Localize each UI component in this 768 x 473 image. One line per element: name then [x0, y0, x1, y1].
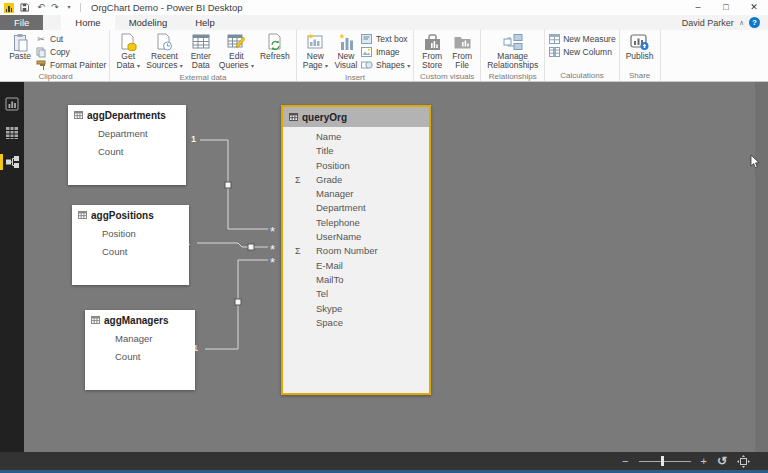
field-row[interactable]: Space [283, 316, 429, 330]
report-view-icon [5, 97, 19, 111]
field-row[interactable]: ΣRoom Number [283, 244, 429, 258]
refresh-button[interactable]: Refresh [257, 31, 293, 62]
quick-access-dropdown-icon[interactable]: ▾ [62, 0, 76, 15]
table-icon [289, 113, 298, 121]
model-canvas[interactable]: 1 1 1 * * * aggDepartments Department Co… [24, 82, 768, 452]
ribbon-group-insert: New Page ▾ New Visual Text box [297, 30, 414, 81]
field-row[interactable]: Skype [283, 302, 429, 316]
data-view-button[interactable] [0, 123, 24, 143]
ribbon-group-clipboard: Paste ✂ Cut Copy Format Painter [2, 30, 110, 81]
tab-home[interactable]: Home [61, 15, 114, 30]
field-row[interactable]: Manager [283, 187, 429, 201]
field-row[interactable]: E-Mail [283, 259, 429, 273]
from-store-button[interactable]: From Store [417, 31, 447, 71]
ribbon-group-share: Publish Share [620, 30, 661, 81]
new-page-button[interactable]: New Page ▾ [300, 31, 331, 72]
new-measure-button[interactable]: New Measure [548, 33, 615, 45]
tab-modeling[interactable]: Modeling [115, 15, 182, 30]
field-row[interactable]: Tel [283, 287, 429, 301]
recent-sources-icon [156, 32, 173, 52]
get-data-button[interactable]: Get Data ▾ [113, 31, 143, 72]
table-header[interactable]: queryOrg [283, 107, 429, 127]
chevron-up-icon: ∧ [739, 19, 744, 27]
redo-icon[interactable]: ↷ [48, 0, 62, 15]
new-visual-button[interactable]: New Visual [331, 31, 361, 71]
cardinality-many-label: * [270, 224, 275, 239]
copy-button[interactable]: Copy [35, 46, 106, 58]
manage-relationships-button[interactable]: Manage Relationships [484, 31, 541, 71]
table-card-aggmanagers[interactable]: aggManagers Manager Count [85, 310, 195, 390]
zoom-slider-thumb[interactable] [661, 456, 664, 466]
help-icon[interactable]: ? [749, 17, 760, 28]
get-data-icon [120, 32, 137, 52]
field-row[interactable]: Department [68, 125, 186, 143]
dropdown-arrow-icon: ▾ [137, 63, 140, 69]
undo-icon[interactable]: ↶ [34, 0, 48, 15]
tab-file[interactable]: File [0, 15, 43, 30]
relationship-handle [235, 299, 241, 305]
new-measure-icon [548, 34, 560, 45]
recent-sources-button[interactable]: Recent Sources ▾ [143, 31, 186, 72]
ribbon-tab-row: File Home Modeling Help David Parker ∧ ? [0, 15, 768, 30]
sigma-icon: Σ [295, 173, 301, 187]
group-label-calculations: Calculations [548, 70, 615, 81]
new-column-icon [548, 47, 560, 58]
format-painter-button[interactable]: Format Painter [35, 59, 106, 71]
report-view-button[interactable] [0, 94, 24, 114]
zoom-in-button[interactable]: + [701, 452, 707, 470]
field-row[interactable]: Position [72, 225, 189, 243]
group-label-custom-visuals: Custom visuals [417, 71, 477, 82]
table-header[interactable]: aggDepartments [68, 105, 186, 125]
field-row[interactable]: MailTo [283, 273, 429, 287]
field-row[interactable]: Manager [85, 330, 195, 348]
field-row[interactable]: UserName [283, 230, 429, 244]
zoom-slider[interactable] [639, 461, 691, 462]
copy-icon [35, 47, 47, 58]
fit-to-screen-icon[interactable] [737, 455, 750, 468]
enter-data-icon [192, 32, 210, 52]
paste-button[interactable]: Paste [5, 31, 35, 62]
new-column-button[interactable]: New Column [548, 46, 615, 58]
canvas-scrollbar[interactable] [755, 82, 768, 452]
field-row[interactable]: Count [85, 348, 195, 366]
table-card-aggdepartments[interactable]: aggDepartments Department Count [68, 105, 186, 185]
zoom-out-button[interactable]: − [622, 452, 628, 470]
minimize-button[interactable]: – [684, 0, 712, 15]
field-row[interactable]: Title [283, 144, 429, 158]
tab-help[interactable]: Help [181, 15, 229, 30]
powerbi-logo-icon [4, 3, 14, 13]
close-button[interactable]: ✕ [740, 0, 768, 15]
maximize-button[interactable]: □ [712, 0, 740, 15]
shapes-button[interactable]: Shapes ▾ [361, 59, 410, 71]
table-header[interactable]: aggPositions [72, 205, 189, 225]
from-file-button[interactable]: From File [447, 31, 477, 71]
field-row[interactable]: Position [283, 159, 429, 173]
new-page-icon [306, 32, 324, 52]
cut-button[interactable]: ✂ Cut [35, 33, 106, 45]
paste-icon [13, 32, 28, 52]
text-box-button[interactable]: Text box [361, 33, 410, 45]
refresh-icon [267, 32, 283, 52]
edit-queries-button[interactable]: Edit Queries ▾ [216, 31, 257, 72]
edit-queries-icon [227, 32, 245, 52]
relationships-view-icon [5, 155, 20, 169]
group-label-share: Share [623, 70, 657, 81]
table-card-queryorg[interactable]: queryOrg Name Title Position ΣGrade Mana… [281, 105, 431, 395]
table-header[interactable]: aggManagers [85, 310, 195, 330]
field-row[interactable]: ΣGrade [283, 173, 429, 187]
publish-button[interactable]: Publish [623, 31, 657, 62]
field-row[interactable]: Count [72, 243, 189, 261]
field-row[interactable]: Telephone [283, 216, 429, 230]
reset-zoom-icon[interactable]: ↺ [717, 452, 727, 470]
field-row[interactable]: Count [68, 143, 186, 161]
save-icon[interactable] [20, 3, 34, 12]
field-row[interactable]: Name [283, 130, 429, 144]
field-row[interactable]: Department [283, 201, 429, 215]
table-icon [78, 211, 87, 219]
account-menu[interactable]: David Parker ∧ ? [682, 15, 768, 30]
ribbon: Paste ✂ Cut Copy Format Painter [0, 30, 768, 82]
enter-data-button[interactable]: Enter Data [186, 31, 216, 71]
image-button[interactable]: Image [361, 46, 410, 58]
table-card-aggpositions[interactable]: aggPositions Position Count [72, 205, 189, 285]
relationships-view-button[interactable] [0, 152, 24, 172]
